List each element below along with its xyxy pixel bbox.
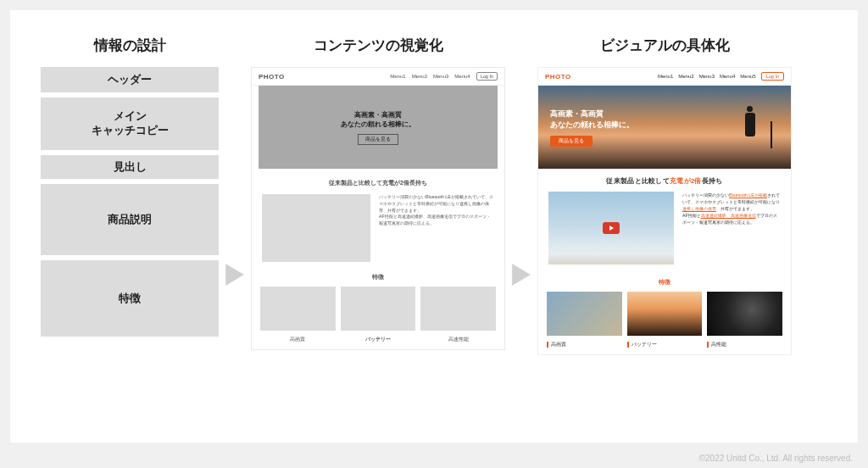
block-heading: 見出し bbox=[41, 155, 219, 179]
wf-feature-label: 高速性能 bbox=[420, 337, 496, 343]
block-product-desc: 商品説明 bbox=[41, 184, 219, 255]
col3-title: ビジュアルの具体化 bbox=[600, 36, 730, 55]
mk-feature-img bbox=[547, 292, 622, 336]
wireframe-mock: PHOTO Menu1 Menu2 Menu3 Menu4 Log In 高画素… bbox=[251, 67, 505, 350]
wf-nav: Menu1 Menu2 Menu3 Menu4 Log In bbox=[390, 72, 498, 81]
block-features: 特徴 bbox=[41, 260, 219, 337]
diagram-frame: 情報の設計 ヘッダー メイン キャッチコピー 見出し 商品説明 特徴 コンテンツ… bbox=[10, 10, 858, 443]
columns-row: 情報の設計 ヘッダー メイン キャッチコピー 見出し 商品説明 特徴 コンテンツ… bbox=[41, 36, 827, 355]
mk-header: PHOTO Menu1 Menu2 Menu3 Menu4 Menu5 Log … bbox=[538, 68, 791, 86]
col-visual: ビジュアルの具体化 PHOTO Menu1 Menu2 Menu3 Menu4 … bbox=[537, 36, 792, 355]
wf-product-text: バッテリー消費の少ないBluetooth LEが搭載されていて、スマホやタブレッ… bbox=[379, 194, 494, 262]
mk-nav-item[interactable]: Menu3 bbox=[699, 74, 715, 79]
mk-hero: 高画素・高画質 あなたの頼れる相棒に。 商品を見る bbox=[538, 86, 791, 169]
wf-feature-label: バッテリー bbox=[341, 337, 416, 343]
col1-title: 情報の設計 bbox=[94, 36, 166, 55]
mk-feature-img bbox=[627, 292, 703, 336]
mk-nav-item[interactable]: Menu2 bbox=[678, 74, 693, 79]
mk-section-heading: 従来製品と比較して充電が2倍長持ち bbox=[538, 169, 791, 192]
mk-nav-item[interactable]: Menu5 bbox=[740, 74, 755, 79]
wf-feature-labels: 高画質 バッテリー 高速性能 bbox=[252, 334, 504, 349]
wf-nav-item[interactable]: Menu4 bbox=[454, 74, 470, 79]
visual-mock: PHOTO Menu1 Menu2 Menu3 Menu4 Menu5 Log … bbox=[537, 67, 792, 355]
wf-feature-img bbox=[341, 287, 416, 331]
mk-feature-label: 高画質 bbox=[547, 342, 622, 348]
mk-features-title: 特徴 bbox=[538, 273, 791, 292]
structure-blocks: ヘッダー メイン キャッチコピー 見出し 商品説明 特徴 bbox=[41, 67, 219, 337]
arrow-icon bbox=[225, 264, 244, 289]
mk-nav: Menu1 Menu2 Menu3 Menu4 Menu5 Log In bbox=[658, 72, 784, 81]
mk-nav-item[interactable]: Menu1 bbox=[658, 74, 673, 79]
mk-product-text: バッテリー消費の少ないBluetooth LEが搭載されていて、スマホやタブレッ… bbox=[682, 192, 781, 265]
mk-feature-label: 高性能 bbox=[707, 342, 782, 348]
col-wireframe: コンテンツの視覚化 PHOTO Menu1 Menu2 Menu3 Menu4 … bbox=[251, 36, 505, 350]
heading-highlight: 充電が2倍 bbox=[670, 177, 702, 185]
wf-section-heading: 従来製品と比較して充電が2倍長持ち bbox=[252, 169, 504, 194]
wf-header: PHOTO Menu1 Menu2 Menu3 Menu4 Log In bbox=[252, 68, 504, 86]
wf-login-button[interactable]: Log In bbox=[476, 72, 498, 81]
block-header: ヘッダー bbox=[41, 67, 219, 92]
wf-features-title: 特徴 bbox=[252, 270, 504, 287]
wf-logo: PHOTO bbox=[259, 73, 285, 81]
mk-feature-img bbox=[707, 292, 782, 336]
mk-video-thumb[interactable] bbox=[548, 192, 674, 265]
wf-nav-item[interactable]: Menu1 bbox=[390, 74, 405, 79]
text-highlight: 連携し画像の保存 bbox=[682, 206, 716, 211]
wf-cta-button[interactable]: 商品を見る bbox=[358, 134, 398, 145]
mk-feature-label: バッテリー bbox=[627, 342, 703, 348]
wf-hero-line1: 高画素・高画質 bbox=[354, 110, 402, 120]
mk-feature-images bbox=[538, 292, 791, 339]
mk-cta-button[interactable]: 商品を見る bbox=[550, 136, 593, 147]
wf-product-row: バッテリー消費の少ないBluetooth LEが搭載されていて、スマホやタブレッ… bbox=[252, 194, 504, 270]
wf-nav-item[interactable]: Menu2 bbox=[412, 74, 427, 79]
photographer-silhouette-icon bbox=[740, 106, 765, 148]
wf-feature-images bbox=[252, 287, 504, 334]
heading-post: 長持ち bbox=[702, 177, 723, 185]
wf-feature-img bbox=[260, 287, 336, 331]
tripod-icon bbox=[771, 121, 772, 148]
copyright-text: ©2022 Unitd Co., Ltd. All rights reserve… bbox=[699, 454, 853, 463]
col-info-design: 情報の設計 ヘッダー メイン キャッチコピー 見出し 商品説明 特徴 bbox=[41, 36, 219, 337]
play-icon bbox=[603, 222, 620, 234]
mk-logo: PHOTO bbox=[545, 73, 571, 81]
mk-nav-item[interactable]: Menu4 bbox=[720, 74, 735, 79]
heading-pre: 従来製品と比較して bbox=[606, 177, 670, 185]
wf-hero: 高画素・高画質 あなたの頼れる相棒に。 商品を見る bbox=[259, 86, 498, 169]
arrow-icon bbox=[512, 264, 531, 289]
wf-feature-label: 高画質 bbox=[260, 337, 336, 343]
col2-title: コンテンツの視覚化 bbox=[314, 36, 443, 55]
text-highlight: Bluetooth LEが搭載 bbox=[729, 192, 767, 198]
mk-login-button[interactable]: Log In bbox=[761, 72, 784, 81]
block-main-copy: メイン キャッチコピー bbox=[41, 98, 219, 150]
mk-product-row: バッテリー消費の少ないBluetooth LEが搭載されていて、スマホやタブレッ… bbox=[538, 192, 791, 273]
wf-feature-img bbox=[420, 287, 496, 331]
wf-hero-line2: あなたの頼れる相棒に。 bbox=[341, 120, 415, 129]
wf-product-image bbox=[262, 194, 370, 262]
mk-feature-labels: 高画質 バッテリー 高性能 bbox=[538, 339, 791, 354]
wf-nav-item[interactable]: Menu3 bbox=[433, 74, 448, 79]
text-highlight: 高速連続撮影、高速画像送信 bbox=[701, 213, 756, 218]
